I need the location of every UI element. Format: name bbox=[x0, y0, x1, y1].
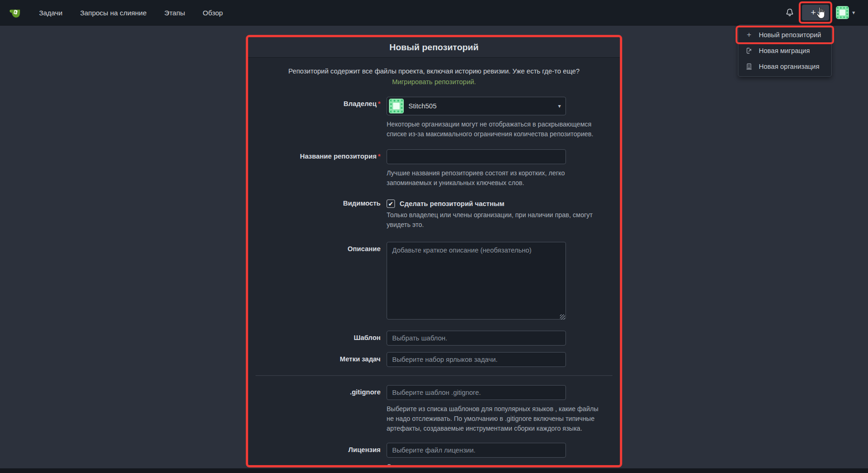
nav-item-pull-requests[interactable]: Запросы на слияние bbox=[80, 9, 146, 17]
owner-row: Владелец* bbox=[262, 97, 606, 139]
menu-item-label: Новая организация bbox=[759, 63, 819, 70]
menu-item-label: Новая миграция bbox=[759, 47, 810, 54]
owner-label: Владелец* bbox=[262, 97, 381, 139]
owner-value: Stitch505 bbox=[408, 102, 436, 110]
visibility-row: Видимость ✔ Сделать репозиторий частным … bbox=[262, 198, 606, 230]
create-new-button[interactable]: + ▾ bbox=[802, 5, 829, 20]
repo-name-row: Название репозитория* Лучшие названия ре… bbox=[262, 149, 606, 188]
identicon-avatar bbox=[836, 6, 849, 19]
gitignore-input[interactable] bbox=[387, 385, 566, 400]
required-marker: * bbox=[378, 153, 381, 160]
license-label: Лицензия bbox=[262, 443, 381, 465]
issue-labels-label: Метки задач bbox=[262, 352, 381, 367]
description-label: Описание bbox=[262, 242, 381, 321]
description-textarea[interactable] bbox=[387, 242, 566, 320]
bottom-edge bbox=[0, 468, 868, 473]
new-repository-form: Новый репозиторий Репозиторий содержит в… bbox=[248, 37, 620, 465]
form-title: Новый репозиторий bbox=[248, 37, 620, 58]
issue-labels-input[interactable] bbox=[387, 352, 566, 367]
section-divider bbox=[256, 375, 612, 376]
organization-icon bbox=[745, 63, 753, 70]
nav-item-milestones[interactable]: Этапы bbox=[164, 9, 185, 17]
license-row: Лицензия Лицензия определяет, что другие… bbox=[262, 443, 606, 465]
private-checkbox[interactable]: ✔ bbox=[387, 200, 395, 208]
nav-item-issues[interactable]: Задачи bbox=[39, 9, 62, 17]
notifications-bell-icon[interactable] bbox=[785, 8, 794, 17]
menu-item-label: Новый репозиторий bbox=[759, 31, 821, 39]
gitignore-row: .gitignore Выберите из списка шаблонов д… bbox=[262, 385, 606, 433]
chevron-down-icon: ▾ bbox=[558, 103, 561, 109]
plus-icon: + bbox=[745, 30, 753, 40]
intro-text: Репозиторий содержит все файлы проекта, … bbox=[289, 67, 580, 75]
menu-item-new-repository[interactable]: + Новый репозиторий bbox=[738, 27, 831, 43]
visibility-help: Только владелец или члены организации, п… bbox=[387, 210, 606, 230]
plus-icon: + bbox=[811, 7, 816, 18]
gitignore-help: Выберите из списка шаблонов для популярн… bbox=[387, 404, 606, 433]
gitignore-label: .gitignore bbox=[262, 385, 381, 433]
owner-help: Некоторые организации могут не отображат… bbox=[387, 120, 606, 139]
gitea-teacup-icon bbox=[8, 6, 22, 20]
owner-select[interactable]: Stitch505 ▾ bbox=[387, 97, 566, 115]
template-label: Шаблон bbox=[262, 331, 381, 346]
repo-name-help: Лучшие названия репозиториев состоят из … bbox=[387, 168, 606, 188]
form-intro: Репозиторий содержит все файлы проекта, … bbox=[271, 66, 597, 87]
issue-labels-row: Метки задач bbox=[262, 352, 606, 367]
required-marker: * bbox=[378, 100, 381, 107]
repo-name-input[interactable] bbox=[387, 149, 566, 164]
nav-item-explore[interactable]: Обзор bbox=[203, 9, 223, 17]
create-new-dropdown-menu: + Новый репозиторий Новая миграция Новая… bbox=[738, 25, 832, 77]
migration-icon bbox=[745, 47, 753, 54]
visibility-label: Видимость bbox=[262, 198, 381, 230]
owner-avatar bbox=[389, 99, 404, 113]
new-button-annotation-box: + ▾ bbox=[799, 1, 832, 24]
license-input[interactable] bbox=[387, 443, 566, 458]
user-menu-caret-icon[interactable]: ▾ bbox=[852, 9, 855, 16]
template-row: Шаблон bbox=[262, 331, 606, 346]
form-annotation-box: Новый репозиторий Репозиторий содержит в… bbox=[246, 35, 622, 467]
menu-item-new-migration[interactable]: Новая миграция bbox=[738, 43, 831, 59]
template-input[interactable] bbox=[387, 331, 566, 346]
description-row: Описание bbox=[262, 242, 606, 321]
chevron-down-icon: ▾ bbox=[818, 10, 821, 16]
private-checkbox-label: Сделать репозиторий частным bbox=[400, 200, 505, 207]
repo-name-label: Название репозитория* bbox=[262, 149, 381, 188]
gitea-logo[interactable] bbox=[7, 5, 22, 20]
menu-item-new-organization[interactable]: Новая организация bbox=[738, 59, 831, 74]
user-avatar[interactable] bbox=[836, 6, 849, 19]
navbar: Задачи Запросы на слияние Этапы Обзор + … bbox=[0, 0, 868, 26]
license-help: Лицензия определяет, что другие люди мог… bbox=[387, 462, 606, 465]
check-icon: ✔ bbox=[388, 201, 394, 207]
migrate-repository-link[interactable]: Мигрировать репозиторий. bbox=[392, 78, 476, 86]
